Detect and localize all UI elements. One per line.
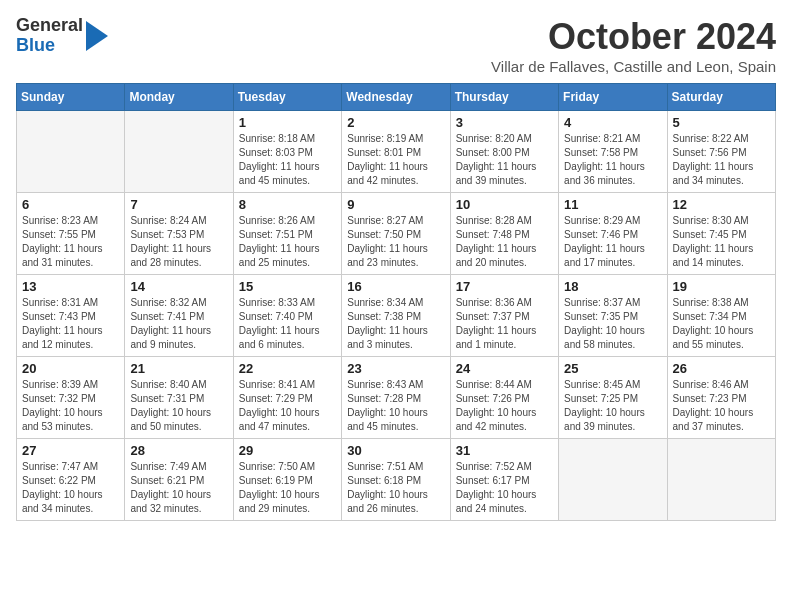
day-number: 10 (456, 197, 553, 212)
calendar-cell: 31Sunrise: 7:52 AM Sunset: 6:17 PM Dayli… (450, 439, 558, 521)
day-info: Sunrise: 7:47 AM Sunset: 6:22 PM Dayligh… (22, 460, 119, 516)
day-info: Sunrise: 8:37 AM Sunset: 7:35 PM Dayligh… (564, 296, 661, 352)
day-number: 23 (347, 361, 444, 376)
day-info: Sunrise: 8:21 AM Sunset: 7:58 PM Dayligh… (564, 132, 661, 188)
day-number: 21 (130, 361, 227, 376)
weekday-header: Wednesday (342, 84, 450, 111)
day-number: 15 (239, 279, 336, 294)
day-number: 3 (456, 115, 553, 130)
day-info: Sunrise: 8:19 AM Sunset: 8:01 PM Dayligh… (347, 132, 444, 188)
calendar-cell: 12Sunrise: 8:30 AM Sunset: 7:45 PM Dayli… (667, 193, 775, 275)
day-number: 2 (347, 115, 444, 130)
logo-arrow-icon (86, 21, 108, 51)
day-number: 16 (347, 279, 444, 294)
day-info: Sunrise: 8:43 AM Sunset: 7:28 PM Dayligh… (347, 378, 444, 434)
day-number: 27 (22, 443, 119, 458)
day-info: Sunrise: 8:28 AM Sunset: 7:48 PM Dayligh… (456, 214, 553, 270)
calendar-cell: 20Sunrise: 8:39 AM Sunset: 7:32 PM Dayli… (17, 357, 125, 439)
calendar-cell: 10Sunrise: 8:28 AM Sunset: 7:48 PM Dayli… (450, 193, 558, 275)
day-info: Sunrise: 8:24 AM Sunset: 7:53 PM Dayligh… (130, 214, 227, 270)
calendar-cell: 24Sunrise: 8:44 AM Sunset: 7:26 PM Dayli… (450, 357, 558, 439)
day-number: 25 (564, 361, 661, 376)
calendar-week-row: 20Sunrise: 8:39 AM Sunset: 7:32 PM Dayli… (17, 357, 776, 439)
calendar-cell (125, 111, 233, 193)
calendar-cell: 19Sunrise: 8:38 AM Sunset: 7:34 PM Dayli… (667, 275, 775, 357)
day-number: 18 (564, 279, 661, 294)
day-number: 22 (239, 361, 336, 376)
day-number: 6 (22, 197, 119, 212)
calendar-cell: 15Sunrise: 8:33 AM Sunset: 7:40 PM Dayli… (233, 275, 341, 357)
calendar-cell: 29Sunrise: 7:50 AM Sunset: 6:19 PM Dayli… (233, 439, 341, 521)
day-info: Sunrise: 8:23 AM Sunset: 7:55 PM Dayligh… (22, 214, 119, 270)
day-number: 4 (564, 115, 661, 130)
calendar-cell: 7Sunrise: 8:24 AM Sunset: 7:53 PM Daylig… (125, 193, 233, 275)
logo-text: General Blue (16, 16, 83, 56)
day-info: Sunrise: 8:20 AM Sunset: 8:00 PM Dayligh… (456, 132, 553, 188)
weekday-header: Friday (559, 84, 667, 111)
calendar-week-row: 6Sunrise: 8:23 AM Sunset: 7:55 PM Daylig… (17, 193, 776, 275)
calendar-cell: 27Sunrise: 7:47 AM Sunset: 6:22 PM Dayli… (17, 439, 125, 521)
day-info: Sunrise: 7:50 AM Sunset: 6:19 PM Dayligh… (239, 460, 336, 516)
day-number: 11 (564, 197, 661, 212)
calendar-cell: 8Sunrise: 8:26 AM Sunset: 7:51 PM Daylig… (233, 193, 341, 275)
day-number: 17 (456, 279, 553, 294)
day-number: 13 (22, 279, 119, 294)
day-info: Sunrise: 8:41 AM Sunset: 7:29 PM Dayligh… (239, 378, 336, 434)
weekday-header: Sunday (17, 84, 125, 111)
calendar-cell: 17Sunrise: 8:36 AM Sunset: 7:37 PM Dayli… (450, 275, 558, 357)
calendar-cell: 1Sunrise: 8:18 AM Sunset: 8:03 PM Daylig… (233, 111, 341, 193)
day-info: Sunrise: 8:27 AM Sunset: 7:50 PM Dayligh… (347, 214, 444, 270)
day-info: Sunrise: 8:39 AM Sunset: 7:32 PM Dayligh… (22, 378, 119, 434)
svg-marker-0 (86, 21, 108, 51)
day-info: Sunrise: 8:40 AM Sunset: 7:31 PM Dayligh… (130, 378, 227, 434)
day-info: Sunrise: 8:22 AM Sunset: 7:56 PM Dayligh… (673, 132, 770, 188)
day-info: Sunrise: 8:30 AM Sunset: 7:45 PM Dayligh… (673, 214, 770, 270)
day-number: 1 (239, 115, 336, 130)
calendar-cell: 18Sunrise: 8:37 AM Sunset: 7:35 PM Dayli… (559, 275, 667, 357)
calendar-cell: 30Sunrise: 7:51 AM Sunset: 6:18 PM Dayli… (342, 439, 450, 521)
day-info: Sunrise: 8:36 AM Sunset: 7:37 PM Dayligh… (456, 296, 553, 352)
calendar-table: SundayMondayTuesdayWednesdayThursdayFrid… (16, 83, 776, 521)
day-info: Sunrise: 8:29 AM Sunset: 7:46 PM Dayligh… (564, 214, 661, 270)
calendar-cell: 13Sunrise: 8:31 AM Sunset: 7:43 PM Dayli… (17, 275, 125, 357)
calendar-cell: 4Sunrise: 8:21 AM Sunset: 7:58 PM Daylig… (559, 111, 667, 193)
day-number: 5 (673, 115, 770, 130)
calendar-cell: 21Sunrise: 8:40 AM Sunset: 7:31 PM Dayli… (125, 357, 233, 439)
location-subtitle: Villar de Fallaves, Castille and Leon, S… (491, 58, 776, 75)
day-number: 7 (130, 197, 227, 212)
day-info: Sunrise: 8:38 AM Sunset: 7:34 PM Dayligh… (673, 296, 770, 352)
weekday-header: Tuesday (233, 84, 341, 111)
day-info: Sunrise: 8:26 AM Sunset: 7:51 PM Dayligh… (239, 214, 336, 270)
calendar-week-row: 27Sunrise: 7:47 AM Sunset: 6:22 PM Dayli… (17, 439, 776, 521)
day-info: Sunrise: 8:33 AM Sunset: 7:40 PM Dayligh… (239, 296, 336, 352)
calendar-cell: 28Sunrise: 7:49 AM Sunset: 6:21 PM Dayli… (125, 439, 233, 521)
title-block: October 2024 Villar de Fallaves, Castill… (491, 16, 776, 75)
page-header: General Blue October 2024 Villar de Fall… (16, 16, 776, 75)
day-number: 14 (130, 279, 227, 294)
calendar-cell: 23Sunrise: 8:43 AM Sunset: 7:28 PM Dayli… (342, 357, 450, 439)
calendar-cell (667, 439, 775, 521)
calendar-cell: 11Sunrise: 8:29 AM Sunset: 7:46 PM Dayli… (559, 193, 667, 275)
day-number: 9 (347, 197, 444, 212)
day-number: 19 (673, 279, 770, 294)
day-info: Sunrise: 8:34 AM Sunset: 7:38 PM Dayligh… (347, 296, 444, 352)
logo: General Blue (16, 16, 108, 56)
weekday-header: Monday (125, 84, 233, 111)
day-number: 12 (673, 197, 770, 212)
calendar-header-row: SundayMondayTuesdayWednesdayThursdayFrid… (17, 84, 776, 111)
day-number: 31 (456, 443, 553, 458)
day-info: Sunrise: 7:52 AM Sunset: 6:17 PM Dayligh… (456, 460, 553, 516)
day-number: 24 (456, 361, 553, 376)
day-info: Sunrise: 8:32 AM Sunset: 7:41 PM Dayligh… (130, 296, 227, 352)
weekday-header: Saturday (667, 84, 775, 111)
calendar-cell: 25Sunrise: 8:45 AM Sunset: 7:25 PM Dayli… (559, 357, 667, 439)
day-number: 28 (130, 443, 227, 458)
calendar-week-row: 1Sunrise: 8:18 AM Sunset: 8:03 PM Daylig… (17, 111, 776, 193)
calendar-cell: 2Sunrise: 8:19 AM Sunset: 8:01 PM Daylig… (342, 111, 450, 193)
calendar-cell: 14Sunrise: 8:32 AM Sunset: 7:41 PM Dayli… (125, 275, 233, 357)
month-title: October 2024 (491, 16, 776, 58)
day-number: 20 (22, 361, 119, 376)
day-info: Sunrise: 8:45 AM Sunset: 7:25 PM Dayligh… (564, 378, 661, 434)
calendar-cell: 16Sunrise: 8:34 AM Sunset: 7:38 PM Dayli… (342, 275, 450, 357)
day-number: 30 (347, 443, 444, 458)
